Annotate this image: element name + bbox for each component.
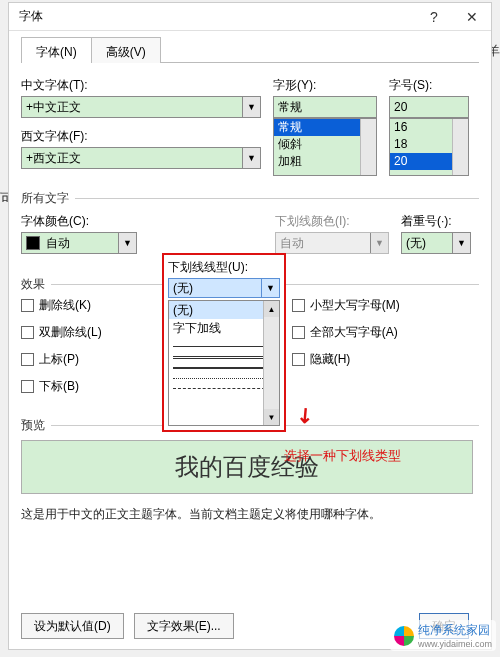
tab-advanced-label: 高级(V) — [106, 44, 146, 61]
latin-font-label: 西文字体(F): — [21, 128, 261, 145]
underline-option-dash[interactable] — [173, 388, 275, 389]
preview-label: 预览 — [21, 417, 49, 434]
button-label: 设为默认值(D) — [34, 618, 111, 635]
check-label: 隐藏(H) — [310, 351, 351, 368]
color-swatch — [26, 236, 40, 250]
close-button[interactable]: ✕ — [453, 3, 491, 31]
check-allcaps[interactable]: 全部大写字母(A) — [292, 324, 400, 341]
check-label: 删除线(K) — [39, 297, 91, 314]
underline-option-dotted[interactable] — [173, 378, 275, 379]
latin-font-value: +西文正文 — [26, 150, 242, 167]
underline-style-combo[interactable]: (无) ▼ — [168, 278, 280, 298]
scroll-up-icon[interactable]: ▲ — [264, 301, 279, 317]
underline-color-combo: 自动 ▼ — [275, 232, 389, 254]
underline-option-single[interactable] — [173, 346, 275, 347]
font-color-label: 字体颜色(C): — [21, 213, 137, 230]
text-effects-button[interactable]: 文字效果(E)... — [134, 613, 234, 639]
scroll-down-icon[interactable]: ▼ — [264, 409, 279, 425]
chevron-down-icon: ▼ — [118, 233, 136, 253]
help-button[interactable]: ? — [415, 3, 453, 31]
check-doublestrike[interactable]: 双删除线(L) — [21, 324, 102, 341]
cn-font-combo[interactable]: +中文正文 ▼ — [21, 96, 261, 118]
effects-label: 效果 — [21, 276, 49, 293]
check-superscript[interactable]: 上标(P) — [21, 351, 102, 368]
chevron-down-icon: ▼ — [242, 97, 260, 117]
style-value: 常规 — [278, 99, 376, 116]
annotation-text: 选择一种下划线类型 — [284, 447, 401, 465]
hint-text: 这是用于中文的正文主题字体。当前文档主题定义将使用哪种字体。 — [21, 506, 479, 523]
latin-font-combo[interactable]: +西文正文 ▼ — [21, 147, 261, 169]
underline-option-thick[interactable] — [173, 367, 275, 369]
underline-color-value: 自动 — [280, 235, 370, 252]
size-label: 字号(S): — [389, 77, 469, 94]
emphasis-label: 着重号(·): — [401, 213, 471, 230]
scrollbar[interactable]: ▲ ▼ — [263, 301, 279, 425]
chevron-down-icon: ▼ — [370, 233, 388, 253]
style-label: 字形(Y): — [273, 77, 377, 94]
underline-style-value: (无) — [173, 280, 261, 297]
scrollbar[interactable] — [452, 119, 468, 175]
check-strike[interactable]: 删除线(K) — [21, 297, 102, 314]
underline-color-label: 下划线颜色(I): — [275, 213, 389, 230]
font-dialog: 字体 ? ✕ 字体(N) 高级(V) 中文字体(T): +中文正文 ▼ 西文字体… — [8, 2, 492, 650]
watermark-text: 纯净系统家园 — [418, 623, 490, 637]
size-value: 20 — [394, 100, 468, 114]
style-input[interactable]: 常规 — [273, 96, 377, 118]
check-label: 小型大写字母(M) — [310, 297, 400, 314]
check-label: 下标(B) — [39, 378, 79, 395]
preview-box: 我的百度经验 — [21, 440, 473, 494]
titlebar: 字体 ? ✕ — [9, 3, 491, 31]
chevron-down-icon: ▼ — [242, 148, 260, 168]
underline-option-double[interactable] — [173, 356, 275, 359]
check-label: 上标(P) — [39, 351, 79, 368]
check-label: 双删除线(L) — [39, 324, 102, 341]
watermark-logo-icon — [394, 626, 414, 646]
scrollbar[interactable] — [360, 119, 376, 175]
check-label: 全部大写字母(A) — [310, 324, 398, 341]
cn-font-label: 中文字体(T): — [21, 77, 261, 94]
cn-font-value: +中文正文 — [26, 99, 242, 116]
check-hidden[interactable]: 隐藏(H) — [292, 351, 400, 368]
underline-style-dropdown[interactable]: (无) 字下加线 ▲ ▼ — [168, 300, 280, 426]
watermark: 纯净系统家园 www.yidaimei.com — [390, 620, 496, 651]
style-listbox[interactable]: 常规 倾斜 加粗 — [273, 118, 377, 176]
tabstrip: 字体(N) 高级(V) — [21, 37, 479, 63]
watermark-url: www.yidaimei.com — [418, 639, 492, 649]
check-smallcaps[interactable]: 小型大写字母(M) — [292, 297, 400, 314]
underline-style-zone: 下划线线型(U): (无) ▼ (无) 字下加线 ▲ ▼ — [162, 253, 286, 432]
tab-font[interactable]: 字体(N) — [21, 37, 92, 63]
all-font-label: 所有文字 — [21, 190, 73, 207]
emphasis-combo[interactable]: (无) ▼ — [401, 232, 471, 254]
button-label: 文字效果(E)... — [147, 618, 221, 635]
window-title: 字体 — [19, 8, 415, 25]
chevron-down-icon: ▼ — [261, 279, 279, 297]
check-subscript[interactable]: 下标(B) — [21, 378, 102, 395]
set-default-button[interactable]: 设为默认值(D) — [21, 613, 124, 639]
chevron-down-icon: ▼ — [452, 233, 470, 253]
underline-style-label: 下划线线型(U): — [168, 259, 284, 276]
font-color-value: 自动 — [46, 235, 118, 252]
font-color-combo[interactable]: 自动 ▼ — [21, 232, 137, 254]
size-listbox[interactable]: 16 18 20 — [389, 118, 469, 176]
tab-font-label: 字体(N) — [36, 44, 77, 61]
size-input[interactable]: 20 — [389, 96, 469, 118]
tab-advanced[interactable]: 高级(V) — [91, 37, 161, 63]
emphasis-value: (无) — [406, 235, 452, 252]
